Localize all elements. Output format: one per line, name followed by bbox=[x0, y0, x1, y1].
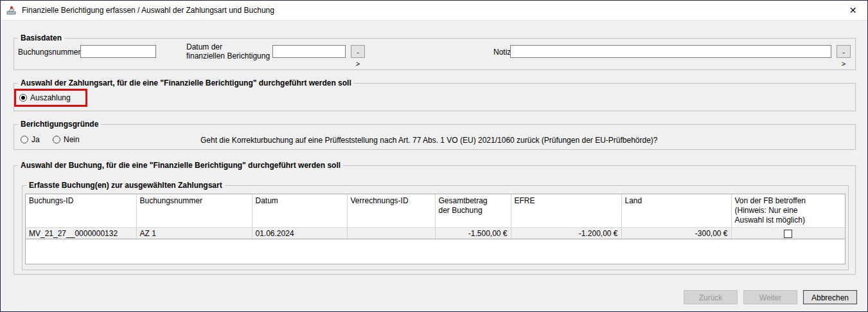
ja-radio-label: Ja bbox=[31, 135, 40, 144]
erfasste-buchungen-legend: Erfasste Buchung(en) zur ausgewählten Za… bbox=[26, 181, 225, 190]
korrektur-question-text: Geht die Korrekturbuchung auf eine Prüff… bbox=[200, 136, 658, 145]
table-row[interactable]: MV_21_27__0000000132 AZ 1 01.06.2024 -1.… bbox=[26, 228, 845, 239]
col-header-buchungsnummer: Buchungsnummer bbox=[136, 194, 252, 228]
datum-picker-button[interactable]: -> bbox=[351, 45, 365, 58]
col-header-efre: EFRE bbox=[511, 194, 621, 228]
cell-verrechnungs-id bbox=[347, 228, 435, 239]
cell-buchungs-id: MV_21_27__0000000132 bbox=[26, 228, 136, 239]
cell-fb-betroffen bbox=[731, 228, 845, 239]
zurueck-button[interactable]: Zurück bbox=[684, 290, 738, 304]
ja-radio-option[interactable]: Ja bbox=[21, 135, 40, 144]
auszahlung-radio[interactable] bbox=[19, 94, 27, 102]
cell-datum: 01.06.2024 bbox=[252, 228, 347, 239]
buchungen-table: Buchungs-ID Buchungsnummer Datum Verrech… bbox=[25, 194, 846, 264]
nein-radio-option[interactable]: Nein bbox=[53, 135, 80, 144]
title-bar: Finanzielle Berichtigung erfassen / Ausw… bbox=[1, 1, 867, 21]
col-header-land: Land bbox=[621, 194, 731, 228]
auszahlung-radio-label: Auszahlung bbox=[30, 93, 71, 102]
cell-efre: -1.200,00 € bbox=[511, 228, 621, 239]
datum-input[interactable] bbox=[272, 45, 346, 58]
col-header-datum: Datum bbox=[252, 194, 347, 228]
buchung-group: Auswahl der Buchung, für die eine "Finan… bbox=[13, 165, 856, 275]
nein-radio-label: Nein bbox=[64, 135, 80, 144]
notiz-input[interactable] bbox=[510, 45, 831, 58]
zahlungsart-group: Auswahl der Zahlungsart, für die eine "F… bbox=[13, 83, 856, 111]
buchungsnummer-input[interactable] bbox=[80, 45, 156, 58]
buchung-legend: Auswahl der Buchung, für die eine "Finan… bbox=[18, 161, 343, 170]
col-header-buchungs-id: Buchungs-ID bbox=[26, 194, 136, 228]
datum-label: Datum der finanziellen Berichtigung bbox=[186, 42, 270, 60]
auszahlung-highlight[interactable]: Auszahlung bbox=[14, 89, 87, 107]
notiz-label: Notiz bbox=[493, 48, 511, 57]
cell-buchungsnummer: AZ 1 bbox=[136, 228, 252, 239]
table-header-row: Buchungs-ID Buchungsnummer Datum Verrech… bbox=[26, 194, 845, 228]
ja-radio[interactable] bbox=[21, 136, 28, 143]
nein-radio[interactable] bbox=[53, 136, 60, 143]
col-header-fb-betroffen: Von der FB betroffen (Hinweis: Nur eine … bbox=[731, 194, 845, 228]
dialog-window: Finanzielle Berichtigung erfassen / Ausw… bbox=[0, 0, 868, 312]
basisdaten-legend: Basisdaten bbox=[18, 33, 64, 42]
col-header-gesamtbetrag: Gesamtbetrag der Buchung bbox=[435, 194, 511, 228]
notiz-expand-button[interactable]: -> bbox=[837, 45, 851, 58]
basisdaten-group: Basisdaten Buchungsnummer Datum der fina… bbox=[13, 38, 856, 70]
cell-gesamtbetrag: -1.500,00 € bbox=[435, 228, 511, 239]
zahlungsart-legend: Auswahl der Zahlungsart, für die eine "F… bbox=[18, 78, 354, 87]
buchungsnummer-label: Buchungsnummer bbox=[18, 48, 80, 57]
app-icon bbox=[6, 5, 17, 16]
col-header-verrechnungs-id: Verrechnungs-ID bbox=[347, 194, 435, 228]
window-title: Finanzielle Berichtigung erfassen / Ausw… bbox=[22, 6, 274, 15]
close-icon[interactable]: ✕ bbox=[838, 1, 867, 20]
fb-betroffen-checkbox[interactable] bbox=[784, 230, 792, 238]
erfasste-buchungen-group: Erfasste Buchung(en) zur ausgewählten Za… bbox=[22, 185, 849, 270]
weiter-button[interactable]: Weiter bbox=[743, 290, 797, 304]
berichtigungsgruende-group: Berichtigungsgründe Ja Nein Geht die Kor… bbox=[13, 124, 856, 150]
berichtigungsgruende-legend: Berichtigungsgründe bbox=[18, 120, 101, 129]
abbrechen-button[interactable]: Abbrechen bbox=[803, 290, 857, 304]
cell-land: -300,00 € bbox=[621, 228, 731, 239]
